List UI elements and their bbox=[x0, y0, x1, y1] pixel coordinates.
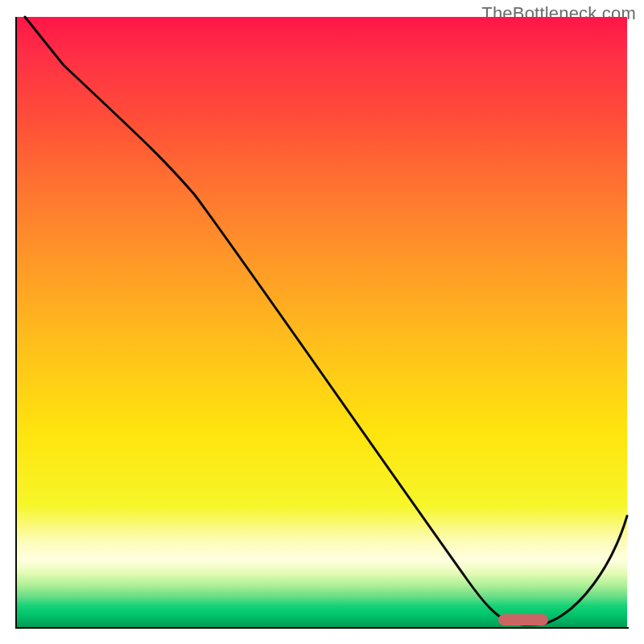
curve-path bbox=[25, 17, 627, 625]
optimal-range-marker bbox=[498, 614, 548, 625]
bottleneck-curve bbox=[17, 17, 627, 627]
x-axis bbox=[15, 627, 629, 629]
bottleneck-chart bbox=[17, 17, 627, 627]
y-axis bbox=[15, 17, 17, 629]
